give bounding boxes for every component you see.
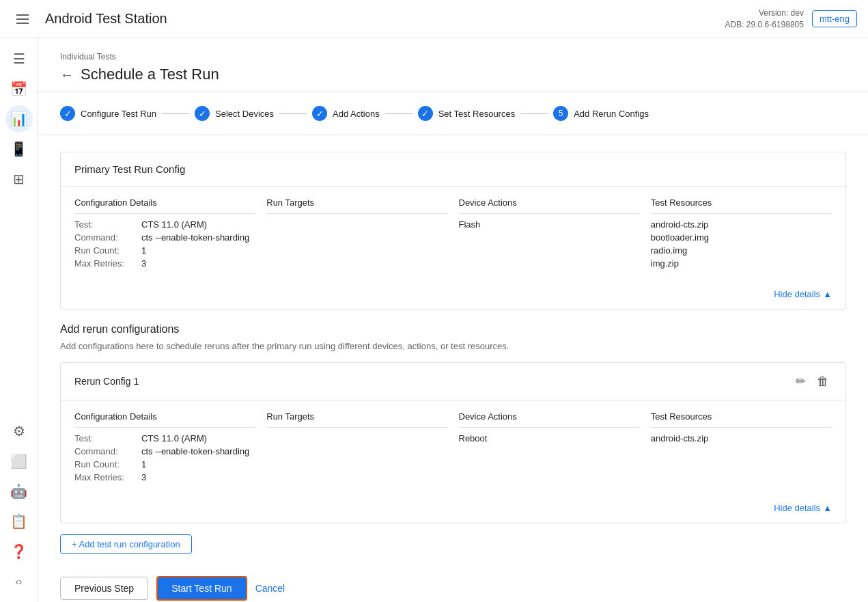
- previous-step-button[interactable]: Previous Step: [60, 577, 148, 600]
- sidebar-item-notes[interactable]: 📋: [5, 508, 33, 535]
- sidebar-item-window[interactable]: ⬜: [5, 448, 33, 475]
- step-set-resources: ✓ Set Test Resources: [418, 106, 515, 121]
- rerun-maxretries-label: Max Retries:: [74, 472, 136, 482]
- chart-icon: 📊: [10, 111, 27, 127]
- step-add-rerun-label: Add Rerun Configs: [574, 109, 649, 119]
- primary-device-actions-col: Device Actions Flash: [459, 197, 640, 271]
- step-select-devices: ✓ Select Devices: [195, 106, 274, 121]
- settings-icon: ⚙: [13, 423, 25, 439]
- add-config-button[interactable]: + Add test run configuration: [60, 534, 192, 554]
- version-label: Version: dev: [725, 8, 804, 19]
- rerun-run-targets-header: Run Targets: [266, 411, 447, 428]
- sidebar-item-tests[interactable]: ☰: [5, 45, 33, 72]
- header-left: Android Test Station: [11, 9, 167, 29]
- step-add-actions-label: Add Actions: [333, 109, 380, 119]
- primary-test-resources-header: Test Resources: [651, 197, 832, 214]
- primary-config-details-header: Configuration Details: [74, 197, 255, 214]
- rerun-resource-1: android-cts.zip: [651, 433, 832, 443]
- rerun-config-1-actions: ✏ 🗑: [793, 372, 832, 390]
- step-connector-3: [385, 113, 412, 114]
- step-configure-label: Configure Test Run: [81, 109, 156, 119]
- primary-maxretries-row: Max Retries: 3: [74, 258, 255, 269]
- layers-icon: ⊞: [13, 171, 25, 187]
- step-set-resources-icon: ✓: [418, 106, 433, 121]
- rerun-desc: Add configurations here to schedule reru…: [60, 341, 846, 351]
- rerun-hide-details-label: Hide details: [774, 503, 820, 513]
- sidebar-item-help[interactable]: ❓: [5, 538, 33, 565]
- start-test-run-button[interactable]: Start Test Run: [156, 576, 247, 601]
- step-configure: ✓ Configure Test Run: [60, 106, 156, 121]
- android-icon: 🤖: [10, 483, 27, 500]
- menu-icon[interactable]: [11, 9, 34, 29]
- primary-maxretries-value: 3: [141, 258, 146, 269]
- primary-config-details-col: Configuration Details Test: CTS 11.0 (AR…: [74, 197, 255, 271]
- sidebar-item-schedule[interactable]: 📅: [5, 75, 33, 102]
- rerun-test-resources-col: Test Resources android-cts.zip: [651, 411, 832, 485]
- breadcrumb: Individual Tests: [60, 52, 846, 61]
- primary-config-card: Primary Test Run Config Configuration De…: [60, 152, 846, 310]
- rerun-device-actions-header: Device Actions: [459, 411, 640, 428]
- rerun-runcount-value: 1: [141, 459, 146, 469]
- code-icon: ‹›: [16, 576, 22, 587]
- rerun-config-1-card: Rerun Config 1 ✏ 🗑 Configuration Details: [60, 362, 846, 523]
- rerun-command-row: Command: cts --enable-token-sharding: [74, 446, 255, 456]
- main-content: Individual Tests ← Schedule a Test Run ✓…: [38, 38, 868, 602]
- primary-config-body: Configuration Details Test: CTS 11.0 (AR…: [61, 187, 845, 282]
- rerun-title: Add rerun configurations: [60, 323, 846, 336]
- rerun-command-label: Command:: [74, 446, 136, 456]
- primary-hide-details-label: Hide details: [774, 289, 820, 299]
- notes-icon: 📋: [10, 513, 27, 530]
- primary-runcount-row: Run Count: 1: [74, 245, 255, 256]
- rerun-maxretries-value: 3: [141, 472, 146, 482]
- primary-test-row: Test: CTS 11.0 (ARM): [74, 219, 255, 230]
- rerun-device-actions-col: Device Actions Reboot: [459, 411, 640, 485]
- rerun-test-label: Test:: [74, 433, 136, 443]
- rerun-test-resources-header: Test Resources: [651, 411, 832, 428]
- sidebar-item-devices[interactable]: 📱: [5, 135, 33, 163]
- sidebar-item-device-groups[interactable]: ⊞: [5, 165, 33, 193]
- step-add-rerun-icon: 5: [553, 106, 568, 121]
- primary-resource-2: bootloader.img: [651, 232, 832, 243]
- rerun-config-1-edit-button[interactable]: ✏: [793, 372, 809, 390]
- rerun-config-1-title: Rerun Config 1: [74, 376, 139, 387]
- step-add-actions: ✓ Add Actions: [312, 106, 380, 121]
- primary-run-targets-header: Run Targets: [266, 197, 447, 214]
- rerun-config-1-details-header: Configuration Details: [74, 411, 255, 428]
- step-connector-1: [162, 113, 189, 114]
- sidebar: ☰ 📅 📊 📱 ⊞ ⚙ ⬜ 🤖 📋 ❓ ‹›: [0, 38, 38, 602]
- sidebar-item-android[interactable]: 🤖: [5, 478, 33, 505]
- phone-icon: 📱: [10, 141, 27, 157]
- content-area: Primary Test Run Config Configuration De…: [38, 135, 868, 602]
- user-badge[interactable]: mtt-eng: [812, 10, 857, 27]
- primary-run-targets-col: Run Targets: [266, 197, 447, 271]
- primary-command-value: cts --enable-token-sharding: [141, 232, 249, 243]
- primary-hide-details-button[interactable]: Hide details ▲: [774, 289, 832, 299]
- step-select-devices-label: Select Devices: [215, 109, 274, 119]
- step-connector-2: [279, 113, 307, 114]
- primary-device-actions-header: Device Actions: [459, 197, 640, 214]
- rerun-chevron-up-icon: ▲: [823, 503, 832, 513]
- footer-actions: Previous Step Start Test Run Cancel: [60, 565, 846, 602]
- primary-hide-details-row: Hide details ▲: [61, 282, 845, 309]
- step-configure-icon: ✓: [60, 106, 75, 121]
- primary-runcount-value: 1: [141, 245, 146, 256]
- stepper: ✓ Configure Test Run ✓ Select Devices ✓ …: [38, 92, 868, 135]
- back-button[interactable]: ←: [60, 67, 74, 83]
- rerun-run-targets-col: Run Targets: [266, 411, 447, 485]
- rerun-device-action-reboot: Reboot: [459, 433, 640, 443]
- rerun-hide-details-button[interactable]: Hide details ▲: [774, 503, 832, 513]
- window-icon: ⬜: [10, 453, 27, 469]
- sidebar-item-code[interactable]: ‹›: [5, 568, 33, 595]
- step-select-devices-icon: ✓: [195, 106, 210, 121]
- calendar-icon: 📅: [10, 81, 27, 97]
- rerun-config-1-delete-button[interactable]: 🗑: [814, 372, 832, 390]
- primary-device-action-flash: Flash: [459, 219, 640, 230]
- rerun-section: Add rerun configurations Add configurati…: [60, 323, 846, 565]
- primary-test-label: Test:: [74, 219, 136, 230]
- cancel-button[interactable]: Cancel: [255, 583, 285, 594]
- sidebar-item-settings[interactable]: ⚙: [5, 418, 33, 445]
- rerun-config-1-details-col: Configuration Details Test: CTS 11.0 (AR…: [74, 411, 255, 485]
- sidebar-item-results[interactable]: 📊: [5, 105, 33, 133]
- page-title: Schedule a Test Run: [81, 66, 219, 83]
- list-icon: ☰: [13, 51, 25, 67]
